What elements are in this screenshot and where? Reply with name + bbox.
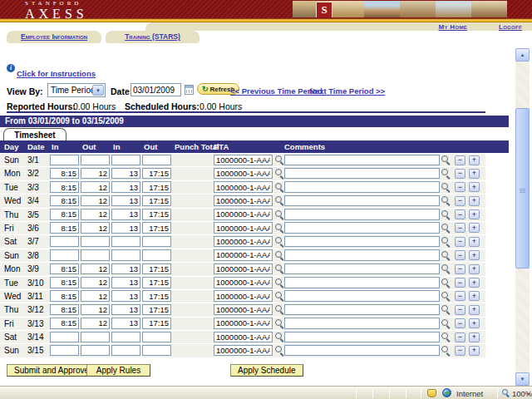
add-row-button[interactable]: + — [469, 209, 480, 219]
tab-timesheet[interactable]: Timesheet — [3, 128, 66, 140]
delete-row-button[interactable]: − — [455, 305, 466, 315]
time-in-2-input[interactable] — [111, 332, 140, 343]
comments-input[interactable] — [284, 290, 440, 302]
time-out-1-input[interactable] — [81, 209, 110, 220]
delete-row-button[interactable]: − — [455, 264, 466, 274]
time-in-1-input[interactable] — [50, 236, 79, 248]
time-out-2-input[interactable] — [142, 195, 171, 207]
time-in-2-input[interactable] — [111, 209, 140, 220]
time-out-1-input[interactable] — [81, 181, 110, 193]
view-by-select[interactable]: Time Period ▼ — [47, 83, 106, 97]
comments-input[interactable] — [284, 236, 440, 248]
add-row-button[interactable]: + — [469, 182, 480, 192]
pta-lookup-icon[interactable] — [275, 332, 284, 342]
pta-input[interactable] — [214, 155, 273, 166]
comments-input[interactable] — [284, 277, 440, 288]
tab-employee-information[interactable]: Employee Information — [7, 31, 101, 43]
delete-row-button[interactable]: − — [455, 250, 466, 260]
pta-lookup-icon[interactable] — [275, 278, 284, 288]
add-row-button[interactable]: + — [469, 318, 480, 328]
pta-lookup-icon[interactable] — [275, 237, 284, 246]
comments-lookup-icon[interactable] — [441, 264, 451, 273]
delete-row-button[interactable]: − — [455, 169, 466, 179]
comments-input[interactable] — [284, 155, 440, 166]
delete-row-button[interactable]: − — [455, 332, 466, 342]
apply-rules-button[interactable]: Apply Rules — [86, 364, 150, 377]
time-out-1-input[interactable] — [81, 277, 110, 288]
add-row-button[interactable]: + — [469, 155, 480, 165]
pta-lookup-icon[interactable] — [275, 155, 284, 165]
time-out-1-input[interactable] — [81, 345, 110, 357]
chevron-down-icon[interactable]: ▼ — [92, 85, 104, 96]
click-for-instructions-link[interactable]: Click for Instructions — [17, 69, 96, 78]
comments-lookup-icon[interactable] — [441, 169, 451, 178]
scroll-down-button[interactable]: ▼ — [515, 372, 530, 386]
add-row-button[interactable]: + — [469, 305, 480, 315]
time-out-1-input[interactable] — [81, 222, 110, 234]
pta-input[interactable] — [214, 332, 273, 343]
vertical-scrollbar[interactable]: ▲ ▼ — [515, 48, 530, 386]
logoff-link[interactable]: Logoff — [499, 23, 522, 31]
time-out-2-input[interactable] — [142, 345, 171, 357]
time-in-2-input[interactable] — [111, 249, 140, 261]
comments-lookup-icon[interactable] — [441, 155, 451, 165]
time-in-1-input[interactable] — [50, 181, 79, 193]
pta-input[interactable] — [214, 249, 273, 261]
time-in-2-input[interactable] — [111, 222, 140, 234]
comments-input[interactable] — [284, 318, 440, 329]
time-out-2-input[interactable] — [142, 264, 171, 275]
time-out-1-input[interactable] — [81, 304, 110, 316]
time-out-1-input[interactable] — [81, 290, 110, 302]
time-in-2-input[interactable] — [111, 290, 140, 302]
time-in-2-input[interactable] — [111, 155, 140, 166]
submit-and-approve-button[interactable]: Submit and Approve — [7, 364, 96, 377]
add-row-button[interactable]: + — [469, 237, 480, 247]
time-out-2-input[interactable] — [142, 249, 171, 261]
comments-input[interactable] — [284, 345, 440, 357]
add-row-button[interactable]: + — [469, 332, 480, 342]
time-in-1-input[interactable] — [50, 332, 79, 343]
comments-lookup-icon[interactable] — [441, 305, 451, 314]
time-in-1-input[interactable] — [50, 345, 79, 357]
pta-lookup-icon[interactable] — [275, 292, 284, 301]
time-in-2-input[interactable] — [111, 277, 140, 288]
pta-lookup-icon[interactable] — [275, 210, 284, 219]
time-out-2-input[interactable] — [142, 304, 171, 316]
time-in-2-input[interactable] — [111, 318, 140, 329]
scroll-up-button[interactable]: ▲ — [515, 48, 530, 62]
time-in-1-input[interactable] — [50, 168, 79, 180]
time-out-1-input[interactable] — [81, 155, 110, 166]
pta-lookup-icon[interactable] — [275, 319, 284, 328]
delete-row-button[interactable]: − — [455, 318, 466, 328]
pta-input[interactable] — [214, 277, 273, 288]
delete-row-button[interactable]: − — [455, 209, 466, 219]
time-out-2-input[interactable] — [142, 277, 171, 288]
add-row-button[interactable]: + — [469, 278, 480, 288]
comments-lookup-icon[interactable] — [441, 346, 451, 355]
time-out-1-input[interactable] — [81, 168, 110, 180]
comments-input[interactable] — [284, 222, 440, 234]
comments-input[interactable] — [284, 209, 440, 220]
next-time-period-link[interactable]: Next Time Period >> — [309, 86, 385, 96]
pta-lookup-icon[interactable] — [275, 224, 284, 233]
pta-input[interactable] — [214, 236, 273, 248]
pta-lookup-icon[interactable] — [275, 183, 284, 192]
add-row-button[interactable]: + — [469, 223, 480, 233]
comments-input[interactable] — [284, 181, 440, 193]
time-in-1-input[interactable] — [50, 249, 79, 261]
comments-input[interactable] — [284, 249, 440, 261]
pta-lookup-icon[interactable] — [275, 346, 284, 355]
pta-lookup-icon[interactable] — [275, 169, 284, 178]
time-out-1-input[interactable] — [81, 318, 110, 329]
pta-input[interactable] — [214, 222, 273, 234]
add-row-button[interactable]: + — [469, 169, 480, 179]
time-out-2-input[interactable] — [142, 168, 171, 180]
time-in-2-input[interactable] — [111, 181, 140, 193]
delete-row-button[interactable]: − — [455, 196, 466, 206]
delete-row-button[interactable]: − — [455, 223, 466, 233]
delete-row-button[interactable]: − — [455, 182, 466, 192]
comments-lookup-icon[interactable] — [441, 210, 451, 219]
add-row-button[interactable]: + — [469, 250, 480, 260]
pta-input[interactable] — [214, 304, 273, 316]
time-out-2-input[interactable] — [142, 332, 171, 343]
